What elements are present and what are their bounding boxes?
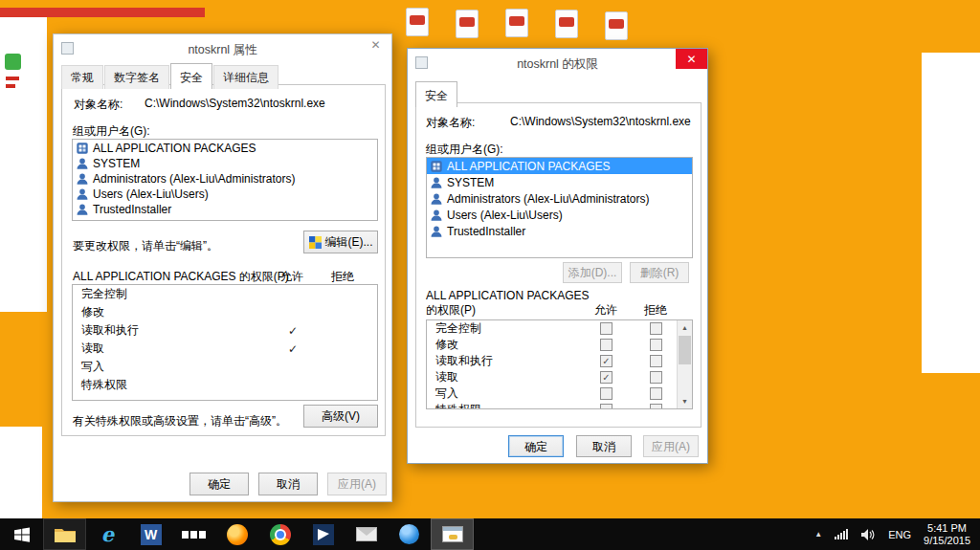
apply-button[interactable]: 应用(A) xyxy=(327,473,387,495)
word-icon: W xyxy=(141,524,162,545)
show-hidden-icons-chevron[interactable]: ▲ xyxy=(814,530,822,539)
security-tab-page: 对象名称: C:\Windows\System32\ntoskrnl.exe 组… xyxy=(61,84,386,436)
desktop-shortcut-icon[interactable] xyxy=(502,9,531,43)
permission-row[interactable]: 读取和执行 ✓ xyxy=(73,321,377,340)
taskbar-blue-app[interactable] xyxy=(388,518,431,550)
permission-row[interactable]: 修改 xyxy=(427,337,692,353)
scrollbar-thumb[interactable] xyxy=(679,336,691,364)
uac-shield-icon xyxy=(309,236,322,249)
taskbar-internet-explorer[interactable]: e xyxy=(86,518,129,550)
taskbar-word[interactable]: W xyxy=(129,518,172,550)
add-button[interactable]: 添加(D)... xyxy=(563,262,622,283)
permission-row[interactable]: 读取和执行 ✓ xyxy=(427,353,692,369)
desktop-shortcut-icon[interactable] xyxy=(602,11,631,46)
close-icon[interactable]: ✕ xyxy=(676,49,707,69)
group-item-label: Administrators (Alex-Liu\Administrators) xyxy=(93,172,295,186)
desktop-app-icon-green[interactable] xyxy=(5,54,21,70)
tab-details[interactable]: 详细信息 xyxy=(213,65,278,89)
cancel-button[interactable]: 取消 xyxy=(258,473,318,495)
group-item[interactable]: SYSTEM xyxy=(73,156,377,171)
group-item[interactable]: Administrators (Alex-Liu\Administrators) xyxy=(427,190,692,207)
group-item-label: TrustedInstaller xyxy=(93,203,171,216)
group-item[interactable]: Users (Alex-Liu\Users) xyxy=(427,207,692,223)
allow-checkbox[interactable]: ✓ xyxy=(600,371,612,384)
scroll-down-icon[interactable]: ▼ xyxy=(678,394,692,408)
app-packages-icon xyxy=(76,142,89,155)
ok-button[interactable]: 确定 xyxy=(508,435,564,457)
ok-button[interactable]: 确定 xyxy=(189,473,249,495)
group-item-label: SYSTEM xyxy=(93,157,140,170)
edit-button[interactable]: 编辑(E)... xyxy=(303,231,378,253)
taskbar-mail[interactable] xyxy=(345,518,388,550)
taskbar: e W ▲ ENG 5:41 PM 9/15/2015 xyxy=(0,518,980,550)
properties-dialog-titlebar[interactable]: ntoskrnl 属性 ✕ xyxy=(54,34,391,63)
taskbar-chrome[interactable] xyxy=(258,518,301,550)
remove-button[interactable]: 删除(R) xyxy=(630,262,689,283)
user-icon xyxy=(430,192,443,206)
tab-security[interactable]: 安全 xyxy=(415,81,457,107)
allow-checkbox[interactable] xyxy=(600,322,612,335)
group-item[interactable]: ALL APPLICATION PACKAGES xyxy=(73,140,377,156)
group-item[interactable]: TrustedInstaller xyxy=(73,202,377,217)
group-item-label: ALL APPLICATION PACKAGES xyxy=(93,142,256,155)
security-tab-page: 对象名称: C:\Windows\System32\ntoskrnl.exe 组… xyxy=(415,102,702,428)
network-icon[interactable] xyxy=(835,529,848,539)
deny-checkbox[interactable] xyxy=(650,371,662,384)
apply-button[interactable]: 应用(A) xyxy=(643,435,699,457)
advanced-button[interactable]: 高级(V) xyxy=(303,405,378,428)
desktop-shortcut-icon[interactable] xyxy=(552,10,581,44)
deny-checkbox[interactable] xyxy=(650,339,662,351)
allow-checkbox[interactable]: ✓ xyxy=(600,355,612,367)
permission-row[interactable]: 完全控制 xyxy=(73,285,377,303)
group-item[interactable]: Administrators (Alex-Liu\Administrators) xyxy=(73,171,377,187)
permission-row[interactable]: 读取 ✓ xyxy=(427,369,692,385)
language-indicator[interactable]: ENG xyxy=(888,529,911,540)
start-button[interactable] xyxy=(0,518,43,550)
scrollbar[interactable]: ▲ ▼ xyxy=(677,320,692,408)
deny-column-header: 拒绝 xyxy=(638,302,673,319)
tab-security[interactable]: 安全 xyxy=(170,63,212,89)
deny-checkbox[interactable] xyxy=(650,404,662,409)
permission-row[interactable]: 特殊权限 xyxy=(73,376,377,394)
dialog-title: ntoskrnl 的权限 xyxy=(408,56,707,73)
allow-checkbox[interactable] xyxy=(600,387,612,400)
permission-row[interactable]: 完全控制 xyxy=(427,320,692,337)
object-path-value: C:\Windows\System32\ntoskrnl.exe xyxy=(145,97,325,110)
group-item[interactable]: SYSTEM xyxy=(427,174,692,190)
scroll-up-icon[interactable]: ▲ xyxy=(678,320,692,335)
group-item[interactable]: Users (Alex-Liu\Users) xyxy=(73,187,377,202)
taskbar-active-window[interactable] xyxy=(431,518,474,550)
tab-general[interactable]: 常规 xyxy=(61,65,103,89)
allow-checkbox[interactable] xyxy=(600,404,612,409)
permission-row[interactable]: 修改 xyxy=(73,303,377,321)
permission-row[interactable]: 读取 ✓ xyxy=(73,340,377,358)
group-list: ALL APPLICATION PACKAGES SYSTEM Administ… xyxy=(426,157,693,258)
envelope-icon xyxy=(356,527,377,541)
background-window-bottom-left xyxy=(0,427,42,518)
desktop-shortcut-icon[interactable] xyxy=(403,8,432,42)
deny-checkbox[interactable] xyxy=(650,387,662,400)
tab-digital-signatures[interactable]: 数字签名 xyxy=(104,65,169,89)
tray-date: 9/15/2015 xyxy=(924,535,970,547)
group-item-label: Users (Alex-Liu\Users) xyxy=(93,187,209,201)
media-app-icon xyxy=(182,531,206,539)
group-item-selected[interactable]: ALL APPLICATION PACKAGES xyxy=(427,158,692,174)
groups-label: 组或用户名(G): xyxy=(426,142,503,158)
desktop-shortcut-icon[interactable] xyxy=(453,10,481,44)
close-icon[interactable]: ✕ xyxy=(360,34,391,55)
cancel-button[interactable]: 取消 xyxy=(576,435,632,457)
permissions-dialog-titlebar[interactable]: ntoskrnl 的权限 ✕ xyxy=(408,49,707,77)
group-item[interactable]: TrustedInstaller xyxy=(427,223,692,239)
deny-checkbox[interactable] xyxy=(650,355,662,367)
permission-row[interactable]: 写入 xyxy=(427,385,692,402)
permission-row[interactable]: 写入 xyxy=(73,358,377,376)
volume-icon[interactable] xyxy=(860,528,876,541)
taskbar-media-app[interactable] xyxy=(172,518,215,550)
taskbar-file-explorer[interactable] xyxy=(43,518,86,550)
taskbar-messaging-app[interactable] xyxy=(301,518,345,550)
clock[interactable]: 5:41 PM 9/15/2015 xyxy=(924,522,970,547)
deny-checkbox[interactable] xyxy=(650,322,662,335)
taskbar-firefox[interactable] xyxy=(215,518,258,550)
allow-checkbox[interactable] xyxy=(600,339,612,351)
permission-row[interactable]: 特殊权限 xyxy=(427,402,692,409)
